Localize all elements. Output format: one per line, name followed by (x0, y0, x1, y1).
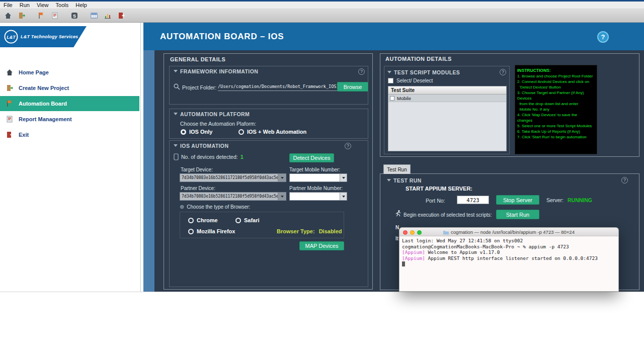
brand-name: L&T Technology Services (21, 34, 78, 39)
minimize-icon[interactable] (410, 230, 415, 235)
menu-tools[interactable]: Tools (52, 2, 72, 8)
collapse-triangle-icon[interactable] (387, 179, 391, 182)
test-run-title: TEST RUN (393, 177, 422, 184)
stop-server-button[interactable]: Stop Server (496, 195, 539, 205)
project-folder-input[interactable] (218, 82, 339, 91)
table-icon[interactable] (88, 10, 100, 22)
tab-test-run[interactable]: Test Run (383, 164, 411, 174)
browser-type-value: Disabled (319, 228, 342, 234)
select-deselect-checkbox[interactable] (388, 78, 393, 83)
browser-type-label: Browser Type: (277, 228, 315, 234)
instructions-box: INSTRUCTIONS: 1. Browse and choose Proje… (515, 65, 597, 154)
radio-ios-only[interactable]: IOS Only (181, 129, 212, 135)
instruction-line: 7. Click 'Start Run' to begin automation (517, 134, 595, 140)
toolbar: S (0, 9, 644, 23)
devices-detected-count: 1 (240, 154, 244, 160)
sidebar-item-label: Home Page (19, 69, 49, 75)
flag-icon[interactable] (35, 10, 47, 22)
framework-information-title: FRAMEWORK INFORMATION (180, 68, 258, 74)
instruction-line: 4. Click 'Map Devices' to save the (517, 112, 595, 118)
sidebar-item-report-management[interactable]: Report Management (0, 112, 139, 127)
test-script-modules-title: TEST SCRIPT MODULES (394, 69, 460, 75)
help-icon[interactable]: ? (621, 177, 628, 184)
ios-automation-title: IOS AUTOMATION (180, 143, 228, 149)
s-logo-icon[interactable]: S (68, 10, 80, 22)
radio-mozilla-firefox[interactable]: Mozilla Firefox (188, 228, 235, 234)
collapse-triangle-icon[interactable] (174, 113, 178, 115)
terminal-cursor (402, 261, 405, 266)
report-icon[interactable] (49, 10, 61, 22)
row-checkbox[interactable] (390, 96, 394, 101)
chevron-down-icon[interactable] (278, 193, 286, 200)
radio-safari[interactable]: Safari (235, 217, 260, 223)
terminal-line: [Appium] Welcome to Appium v1.17.0 (402, 249, 616, 255)
server-label: Server: (546, 197, 564, 203)
target-device-label: Target Device: (181, 167, 213, 172)
terminal-window: cogmation — node /usr/local/bin/appium -… (399, 227, 619, 292)
content-frame: GENERAL DETAILS FRAMEWORK INFORMATION ? … (143, 50, 644, 292)
maximize-icon[interactable] (417, 230, 422, 235)
exit-icon[interactable] (115, 10, 127, 22)
terminal-titlebar[interactable]: cogmation — node /usr/local/bin/appium -… (399, 227, 619, 236)
page-title: AUTOMATION BOARD – IOS (160, 23, 284, 50)
obscured-text: It (395, 236, 398, 241)
automation-platform-section: AUTOMATION PLATFORM Choose the Automatio… (169, 109, 368, 139)
help-icon[interactable]: ? (500, 69, 506, 75)
start-run-button[interactable]: Start Run (496, 210, 539, 219)
runner-icon (394, 210, 402, 217)
help-icon[interactable]: ? (358, 68, 365, 75)
chevron-down-icon[interactable] (340, 174, 347, 182)
menu-bar: File Run View Tools Help (0, 2, 644, 9)
port-input[interactable] (457, 196, 489, 204)
target-device-dropdown[interactable]: 7d34b70803e16b52861172180f5d958f0d43ac5e (180, 173, 286, 182)
map-devices-button[interactable]: MAP Devices (299, 241, 344, 250)
browse-button[interactable]: Browse (337, 82, 368, 92)
chevron-down-icon[interactable] (340, 193, 347, 200)
help-icon[interactable]: ? (597, 31, 609, 43)
collapse-triangle-icon[interactable] (174, 70, 178, 72)
report-icon (5, 115, 14, 124)
collapse-triangle-icon[interactable] (174, 144, 178, 147)
menu-view[interactable]: View (33, 2, 52, 8)
menu-help[interactable]: Help (72, 2, 91, 8)
target-mobile-combo[interactable] (289, 173, 347, 182)
partner-mobile-input[interactable] (290, 193, 340, 200)
sidebar-item-create-new-project[interactable]: Create New Project (0, 80, 139, 96)
sidebar-item-automation-board[interactable]: Automation Board (0, 96, 139, 111)
partner-device-dropdown[interactable]: 7d34b70803e16b52861172180f5d958f0d43ac5e (180, 192, 286, 201)
server-status: RUNNING (568, 197, 592, 203)
table-row-mobile[interactable]: Mobile (388, 95, 506, 102)
chart-icon[interactable] (102, 10, 114, 22)
close-icon[interactable] (403, 230, 408, 235)
sidebar-item-exit[interactable]: Exit (0, 127, 139, 142)
choose-platform-label: Choose the Automation Plaform: (180, 121, 256, 127)
radio-icon (181, 129, 186, 135)
sidebar-item-home-page[interactable]: Home Page (0, 65, 139, 80)
framework-information-section: FRAMEWORK INFORMATION ? Project Folder: … (169, 66, 368, 105)
radio-label: Mozilla Firefox (197, 228, 235, 234)
menu-file[interactable]: File (0, 2, 16, 8)
radio-label: Chrome (197, 217, 218, 223)
general-details-title: GENERAL DETAILS (170, 56, 225, 62)
help-icon[interactable]: ? (345, 143, 351, 149)
start-appium-server-label: START APPIUM SERVER: (406, 186, 472, 192)
new-project-icon[interactable] (16, 10, 28, 22)
devices-icon (174, 153, 179, 160)
collapse-triangle-icon[interactable] (387, 71, 391, 73)
home-icon[interactable] (2, 10, 14, 22)
browser-type-status: Browser Type: Disabled (277, 228, 342, 234)
test-script-modules-section: TEST SCRIPT MODULES ? Select/ Deselect T… (384, 66, 510, 154)
radio-chrome[interactable]: Chrome (188, 217, 218, 223)
lt-logo-icon: L&T (4, 29, 19, 44)
content-panel: GENERAL DETAILS FRAMEWORK INFORMATION ? … (154, 50, 644, 292)
partner-mobile-combo[interactable] (289, 192, 347, 201)
terminal-line: cogmation@CogmationMacBooks-MacBook-Pro … (402, 244, 616, 250)
detect-devices-button[interactable]: Detect Devices (289, 153, 334, 162)
chevron-down-icon[interactable] (278, 174, 286, 182)
radio-ios-web-automation[interactable]: IOS + Web Automation (238, 129, 306, 135)
select-deselect-row: Select/ Deselect (388, 78, 433, 83)
menu-run[interactable]: Run (16, 2, 33, 8)
general-details-panel: GENERAL DETAILS FRAMEWORK INFORMATION ? … (164, 53, 373, 290)
target-mobile-input[interactable] (290, 174, 340, 182)
terminal-body[interactable]: Last login: Wed May 27 12:41:58 on ttys0… (399, 236, 619, 292)
